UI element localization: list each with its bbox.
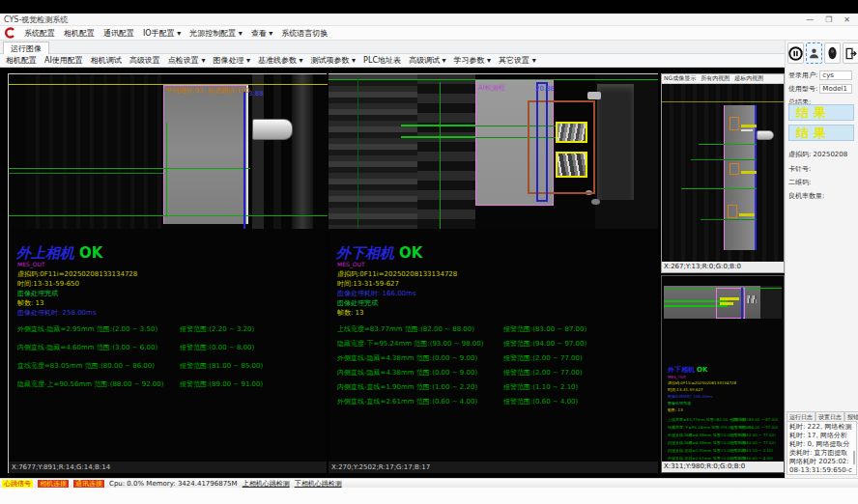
comm-link-status-badge: 通讯连接 [73, 480, 104, 488]
tab-strip: 运行图像 [0, 41, 785, 54]
alarm-range: 报警范围:(89.00 ~ 91.00) [180, 380, 263, 389]
result-ok-badge: OK [79, 244, 102, 262]
preview-view-tab[interactable]: 所有内视图 [701, 74, 729, 83]
measurement-row: 外侧直线-隐藏=4.38mm 范围:(0.00 ~ 9.00)报警范围:(2.0… [337, 354, 586, 363]
preview-view-tab[interactable]: NG成像显示 [664, 74, 696, 83]
preview-image-top[interactable] [662, 84, 784, 263]
camera-image-lower[interactable]: AI检测框 20.88 [329, 74, 658, 229]
qr-label: 二维码: [788, 178, 811, 187]
model-row: 使用型号: Model1 [788, 84, 852, 94]
log-scrollbar[interactable] [853, 451, 855, 464]
machine-background [662, 84, 784, 263]
preview-panel-top: NG成像显示所有内视图超标内视图 X:267;Y:13;R:0;G:0;B:0 [661, 73, 785, 273]
info-line: 虚拟码:0F11i=20250208133134728 [668, 380, 784, 384]
measurement-row: 内侧直线-直线=1.90mm 范围:(1.00 ~ 2.20)报警范围:(1.1… [668, 449, 784, 453]
pixel-coords-bar: X:7677;Y:891;R:14;G:14;B:14 [9, 462, 327, 473]
toolbar-item[interactable]: 相机配置 [6, 55, 37, 66]
machine-background [329, 74, 417, 229]
machine-background [760, 286, 782, 319]
lower-camera-heartbeat-link[interactable]: 下相机心跳检测 [295, 479, 342, 489]
annotation-mark [741, 171, 757, 174]
blue-measure-line [741, 288, 743, 319]
measurement-value: 外侧直线-隐藏=2.95mm 范围:(2.00 ~ 3.50) [17, 325, 180, 334]
toolbar-item[interactable]: 学习参数 ▾ [454, 55, 492, 66]
machine-band [273, 74, 281, 229]
model-field[interactable]: Model1 [819, 84, 852, 94]
control-buttons [787, 42, 858, 64]
measurement-value: 外侧直线-隐藏=4.38mm 范围:(0.00 ~ 9.00) [337, 354, 503, 363]
green-guide-line [681, 188, 757, 189]
upper-camera-heartbeat-link[interactable]: 上相机心跳检测 [243, 479, 290, 489]
toolbar-item[interactable]: 其它设置 ▾ [499, 55, 536, 66]
camera-info-list: 虚拟码:0F11i=20250208133134728时间:13-31-59-6… [668, 380, 784, 414]
minimize-button[interactable]: — [806, 15, 814, 24]
toolbar-item[interactable]: 点检设置 ▾ [168, 55, 206, 66]
green-guide-line [401, 136, 475, 138]
green-guide-line [701, 219, 757, 220]
result-boxes: 结果结果 [788, 104, 854, 145]
measurement-row: 内侧直线-隐藏=4.38mm 范围:(0.00 ~ 9.00)报警范围:(2.0… [337, 369, 586, 378]
info-line: 图像处理耗时: 258.00ms [17, 308, 137, 318]
defect-box-yellow [556, 122, 587, 143]
ai-box-label: AI检测框 [478, 83, 505, 93]
count-row: 良机率数量: [788, 191, 824, 201]
menu-item[interactable]: 光源控制配置 ▾ [189, 28, 243, 39]
blue-measure-box [536, 82, 548, 202]
toolbar-item[interactable]: PLC地址表 [363, 55, 401, 66]
vcode-row: 虚拟码: 20250208 [788, 150, 847, 159]
menu-item[interactable]: 相机配置 [64, 28, 95, 39]
tab-run-image[interactable]: 运行图像 [3, 42, 49, 54]
camera-panel-upper: 平均阈值:93, 动态阈值:100 3.88 外上相机OK MES_OUT 虚拟… [8, 73, 327, 473]
pause-button[interactable] [787, 42, 804, 64]
login-user-label: 登录用户: [788, 70, 817, 80]
toolbar-item[interactable]: 基准线参数 ▾ [258, 55, 303, 66]
menu-item[interactable]: 通讯配置 [103, 28, 134, 39]
maximize-button[interactable]: ❐ [825, 15, 832, 24]
preview-image-bottom[interactable]: 外下相机OK MES_OUT 虚拟码:0F11i=202502081331347… [662, 276, 784, 462]
exit-button[interactable] [843, 42, 858, 64]
info-line: 图像处理完成 [337, 298, 457, 308]
annotation-mark [741, 129, 753, 131]
badge-button[interactable] [824, 42, 841, 64]
green-guide-line [440, 82, 441, 229]
toolbar-item[interactable]: 相机调试 [91, 55, 122, 66]
measurement-value: 隐藏宽度-上=90.56mm 范围:(88.00 ~ 92.00) [17, 380, 180, 389]
toolbar-item[interactable]: 图像处理 ▾ [213, 55, 250, 66]
toolbar-item[interactable]: 测试项参数 ▾ [311, 55, 357, 66]
log-output[interactable]: 耗时: 222, 网络检测耗时: 17, 网络分析耗时: 0, 网络提取分类耗时… [786, 421, 857, 475]
preview-view-tab[interactable]: 超标内视图 [734, 74, 763, 83]
count-label: 良机率数量: [788, 191, 824, 201]
menu-item[interactable]: 查看 ▾ [251, 28, 273, 39]
green-guide-line [691, 159, 757, 160]
toolbar-item[interactable]: 高级调试 ▾ [409, 55, 446, 66]
toolbar-item[interactable]: AI使用配置 [44, 55, 83, 66]
baseline-yellow-line [662, 101, 784, 102]
menu-item[interactable]: IO手配置 ▾ [143, 28, 181, 39]
mes-output-label: MES_OUT [337, 261, 365, 267]
measurement-row: 上线宽度=83.77mm 范围:(82.00 ~ 88.00)报警范围:(83.… [668, 418, 784, 422]
menu-item[interactable]: 系统语言切换 [281, 28, 328, 39]
alarm-range: 报警范围:(81.00 ~ 85.00) [180, 362, 263, 371]
measurement-value: 上线宽度=83.77mm 范围:(82.00 ~ 88.00) [337, 325, 503, 334]
camera-panel-lower: AI检测框 20.88 外下相机OK MES_OUT 虚拟码:0F11i=202… [329, 73, 658, 473]
user-button[interactable] [806, 42, 822, 64]
menu-item[interactable]: 系统配置 [24, 28, 55, 39]
camera-image-upper[interactable]: 平均阈值:93, 动态阈值:100 3.88 [9, 74, 328, 229]
info-line: 图像处理耗时: 166.00ms [337, 289, 457, 298]
measurement-row: 内侧直线-隐藏=4.60mm 范围:(3.00 ~ 6.00)报警范围:(0.0… [17, 344, 263, 352]
login-user-field[interactable]: cys [819, 70, 852, 80]
green-guide-line [9, 173, 163, 174]
pixel-coords-bar: X:267;Y:13;R:0;G:0;B:0 [662, 262, 784, 272]
alarm-range: 报警范围:(2.00 ~ 77.00) [503, 354, 583, 363]
user-icon [809, 47, 819, 60]
annotation-mark [720, 297, 739, 300]
blue-measure-line [243, 92, 245, 229]
pause-icon [788, 46, 803, 61]
toolbar-item[interactable]: 高级设置 [129, 55, 160, 66]
measurement-list: 上线宽度=83.77mm 范围:(82.00 ~ 88.00)报警范围:(83.… [337, 325, 586, 412]
measurement-row: 上线宽度=83.77mm 范围:(82.00 ~ 88.00)报警范围:(83.… [337, 325, 586, 334]
close-button[interactable]: ✕ [844, 15, 850, 24]
login-user-row: 登录用户: cys [788, 70, 852, 80]
model-label: 使用型号: [788, 84, 817, 94]
measurement-value: 内侧直线-直线=1.90mm 范围:(1.00 ~ 2.20) [337, 383, 503, 392]
